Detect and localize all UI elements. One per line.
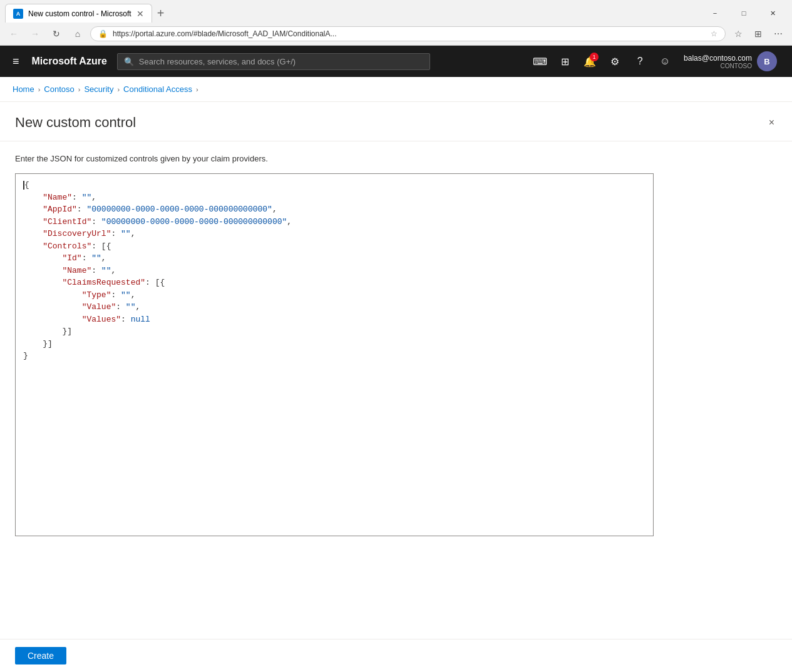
create-button[interactable]: Create <box>15 647 66 658</box>
json-editor-content[interactable]: { "Name": "", "AppId": "00000000-0000-00… <box>16 174 653 367</box>
feedback-button[interactable]: ☺ <box>654 50 676 73</box>
page-wrapper: Home › Contoso › Security › Conditional … <box>0 77 792 650</box>
tab-title: New custom control - Microsoft <box>28 9 131 18</box>
user-email: balas@contoso.com <box>684 54 752 63</box>
more-button[interactable]: ⋯ <box>769 25 787 43</box>
hamburger-menu-button[interactable]: ≡ <box>10 53 22 71</box>
browser-controls: ← → ↻ ⌂ 🔒 https://portal.azure.com/#blad… <box>0 23 792 45</box>
settings-button[interactable]: ⚙ <box>604 50 626 73</box>
bottom-bar: Create <box>0 639 792 658</box>
help-button[interactable]: ? <box>629 50 651 73</box>
browser-actions: ☆ ⊞ ⋯ <box>729 25 787 43</box>
new-tab-button[interactable]: + <box>152 4 170 23</box>
address-url: https://portal.azure.com/#blade/Microsof… <box>113 29 706 38</box>
breadcrumb-conditional-access[interactable]: Conditional Access <box>123 84 192 94</box>
breadcrumb-contoso[interactable]: Contoso <box>44 84 74 94</box>
directory-button[interactable]: ⊞ <box>553 50 576 73</box>
search-placeholder: Search resources, services, and docs (G+… <box>139 57 296 66</box>
azure-tab-icon: A <box>13 9 23 19</box>
user-tenant: CONTOSO <box>684 63 752 69</box>
avatar: B <box>757 51 777 71</box>
breadcrumb-sep-4: › <box>196 86 198 93</box>
panel-header: New custom control × <box>0 102 792 141</box>
window-close-button[interactable]: ✕ <box>758 4 787 23</box>
breadcrumb-home[interactable]: Home <box>13 84 34 94</box>
panel-body: Enter the JSON for customized controls g… <box>0 141 792 650</box>
breadcrumb-security[interactable]: Security <box>84 84 113 94</box>
address-bar[interactable]: 🔒 https://portal.azure.com/#blade/Micros… <box>90 26 726 41</box>
azure-search-box[interactable]: 🔍 Search resources, services, and docs (… <box>117 53 430 70</box>
breadcrumb: Home › Contoso › Security › Conditional … <box>0 77 792 102</box>
window-minimize-button[interactable]: − <box>701 4 729 23</box>
tab-close-button[interactable]: ✕ <box>136 9 144 18</box>
breadcrumb-sep-2: › <box>78 86 81 93</box>
back-button[interactable]: ← <box>5 25 23 43</box>
user-menu[interactable]: balas@contoso.com CONTOSO B <box>679 49 782 74</box>
breadcrumb-sep-1: › <box>38 86 41 93</box>
extensions-button[interactable]: ⊞ <box>749 25 767 43</box>
azure-nav: ≡ Microsoft Azure 🔍 Search resources, se… <box>0 46 792 77</box>
azure-logo: Microsoft Azure <box>32 56 107 67</box>
home-button[interactable]: ⌂ <box>69 25 86 43</box>
json-editor[interactable]: { "Name": "", "AppId": "00000000-0000-00… <box>15 173 654 536</box>
azure-nav-actions: ⌨ ⊞ 🔔 1 ⚙ ? ☺ balas@contoso.com CONTOSO … <box>528 49 782 74</box>
window-maximize-button[interactable]: □ <box>729 4 758 23</box>
notifications-button[interactable]: 🔔 1 <box>579 50 601 73</box>
refresh-button[interactable]: ↻ <box>48 25 65 43</box>
panel: New custom control × Enter the JSON for … <box>0 102 792 650</box>
cloud-shell-button[interactable]: ⌨ <box>528 50 551 73</box>
collections-button[interactable]: ☆ <box>729 25 747 43</box>
search-icon: 🔍 <box>124 57 134 66</box>
notification-badge: 1 <box>590 53 599 61</box>
favorite-icon[interactable]: ☆ <box>711 29 717 38</box>
lock-icon: 🔒 <box>98 29 108 38</box>
browser-tab[interactable]: A New custom control - Microsoft ✕ <box>5 4 152 23</box>
breadcrumb-sep-3: › <box>117 86 120 93</box>
panel-description: Enter the JSON for customized controls g… <box>15 154 777 163</box>
panel-close-button[interactable]: × <box>766 115 777 131</box>
panel-title: New custom control <box>15 115 766 131</box>
forward-button[interactable]: → <box>26 25 44 43</box>
